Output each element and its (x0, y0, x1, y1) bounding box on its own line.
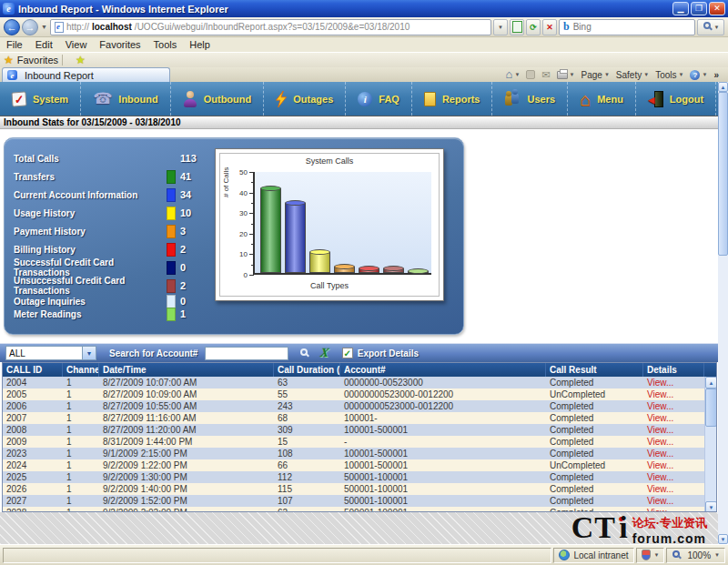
address-input[interactable]: http:// localhost /UOCGui/webgui/Inbound… (50, 19, 491, 35)
table-row: 202319/1/2009 2:15:00 PM108100001-500001… (3, 448, 716, 459)
view-details-link[interactable]: View... (643, 471, 704, 483)
view-details-link[interactable]: View... (643, 400, 704, 412)
print-button[interactable]: ▼ (557, 71, 575, 79)
history-dropdown-icon[interactable]: ▼ (40, 24, 48, 30)
account-search-input[interactable] (205, 347, 288, 360)
axis-tick (251, 224, 254, 225)
table-cell: 8/31/2009 1:44:00 PM (99, 436, 274, 448)
column-header[interactable]: CALL ID (3, 363, 63, 377)
view-details-link[interactable]: View... (643, 388, 704, 400)
nav-logout[interactable]: ◄Logout (636, 82, 716, 116)
compatibility-view-button[interactable] (510, 19, 524, 35)
table-cell: 9/2/2009 1:22:00 PM (99, 459, 274, 471)
chart-bar (285, 203, 306, 273)
refresh-button[interactable]: ⟳ (526, 19, 541, 35)
table-cell: UnCompleted (546, 459, 643, 471)
column-header[interactable]: Details (643, 363, 704, 377)
menu-favorites[interactable]: Favorites (93, 39, 147, 50)
mail-icon[interactable]: ✉ (541, 69, 550, 81)
favorites-star-icon[interactable]: ★ (0, 54, 17, 66)
view-details-link[interactable]: View... (643, 412, 704, 424)
view-details-link[interactable]: View... (643, 459, 704, 471)
search-go-button[interactable]: ▼ (697, 19, 724, 35)
tools-menu[interactable]: Tools▼ (655, 70, 683, 80)
column-header[interactable]: Date/Time (99, 363, 274, 377)
menu-help[interactable]: Help (183, 39, 217, 50)
zoom-control[interactable]: 100% ▼ (666, 548, 725, 563)
view-details-link[interactable]: View... (643, 424, 704, 436)
column-header[interactable]: Call Result (546, 363, 643, 377)
help-button[interactable]: ?▼ (690, 70, 707, 80)
stat-value: 2 (180, 280, 186, 291)
view-details-link[interactable]: View... (643, 448, 704, 459)
maximize-button[interactable]: ❐ (691, 2, 707, 15)
nav-users[interactable]: Users (492, 82, 568, 116)
view-details-link[interactable]: View... (643, 495, 704, 507)
view-details-link[interactable]: View... (643, 483, 704, 495)
bottom-strip: CT˙i 论坛·专业资讯 forum.com (0, 512, 718, 544)
minimize-button[interactable]: ▁ (672, 2, 689, 15)
chevron-overflow-icon[interactable]: » (713, 70, 719, 80)
address-dropdown-button[interactable]: ▼ (493, 19, 508, 35)
tab-favicon: e (7, 70, 17, 80)
menu-icon: ⌂ (580, 92, 591, 106)
stop-button[interactable]: ✕ (542, 19, 557, 35)
tab-title: Inbound Report (25, 70, 94, 81)
tab-inbound-report[interactable]: e Inbound Report (2, 67, 170, 82)
feeds-icon[interactable] (526, 70, 535, 79)
nav-outages[interactable]: Outages (264, 82, 346, 116)
scrollbar-thumb[interactable] (705, 388, 717, 427)
table-cell: 108 (274, 448, 340, 459)
outages-icon (276, 91, 287, 107)
forward-button[interactable]: → (22, 19, 38, 35)
axis-tick (251, 244, 254, 245)
scroll-up-icon[interactable]: ▲ (718, 82, 728, 92)
menu-edit[interactable]: Edit (29, 39, 59, 50)
nav-system[interactable]: ✓System (0, 82, 81, 116)
close-button[interactable]: ✕ (709, 2, 725, 15)
site-nav-bar: ✓System☎InboundOutboundOutagesiFAQReport… (0, 82, 718, 116)
table-cell: 9/2/2009 1:40:00 PM (99, 483, 274, 495)
table-cell: 2005 (3, 388, 63, 400)
view-details-link[interactable]: View... (643, 377, 704, 388)
page-menu[interactable]: Page▼ (581, 70, 610, 80)
calls-table: CALL IDChannelDate/TimeCall Duration (se… (2, 362, 717, 512)
table-row: 200818/27/2009 11:20:00 AM309100001-5000… (3, 424, 716, 436)
scope-select[interactable]: ALL ▼ (5, 346, 96, 360)
menu-file[interactable]: File (0, 39, 29, 50)
chart-bar-top (334, 264, 355, 269)
column-header[interactable]: Account# (340, 363, 546, 377)
add-favorite-icon[interactable]: ★ (66, 54, 89, 66)
nav-faq[interactable]: iFAQ (346, 82, 412, 116)
column-header[interactable]: Call Duration (sec) (274, 363, 340, 377)
nav-outbound[interactable]: Outbound (171, 82, 265, 116)
stat-row: Usage History10 (14, 204, 223, 222)
table-cell: 66 (274, 459, 340, 471)
scroll-up-icon[interactable]: ▲ (705, 377, 717, 388)
bing-search-input[interactable] (573, 22, 691, 32)
table-cell: 1 (63, 412, 99, 424)
search-box[interactable]: b (559, 19, 695, 35)
watermark-domain: forum.com (632, 531, 707, 544)
view-details-link[interactable]: View... (643, 436, 704, 448)
export-details-checkbox[interactable]: ✓ (342, 348, 353, 358)
nav-reports[interactable]: Reports (412, 82, 493, 116)
scroll-down-icon[interactable]: ▼ (705, 501, 717, 512)
favorites-label[interactable]: Favorites (17, 55, 58, 66)
table-cell: 100001- (340, 412, 546, 424)
protected-mode-pane[interactable]: ▼ (636, 548, 665, 563)
table-scrollbar[interactable]: ▲ ▼ (704, 377, 716, 512)
back-button[interactable]: ← (4, 19, 20, 35)
scrollbar-thumb[interactable] (718, 92, 728, 256)
safety-menu[interactable]: Safety▼ (616, 70, 649, 80)
scroll-down-icon[interactable]: ▼ (718, 534, 728, 544)
excel-export-icon[interactable]: X (319, 346, 330, 360)
menu-tools[interactable]: Tools (147, 39, 184, 50)
nav-menu[interactable]: ⌂Menu (568, 82, 636, 116)
menu-view[interactable]: View (59, 39, 94, 50)
search-icon[interactable] (299, 348, 311, 359)
column-header[interactable]: Channel (63, 363, 99, 377)
nav-inbound[interactable]: ☎Inbound (81, 82, 171, 116)
browser-scrollbar[interactable]: ▲ ▼ (718, 82, 728, 544)
home-button[interactable]: ⌂▼ (506, 70, 521, 79)
